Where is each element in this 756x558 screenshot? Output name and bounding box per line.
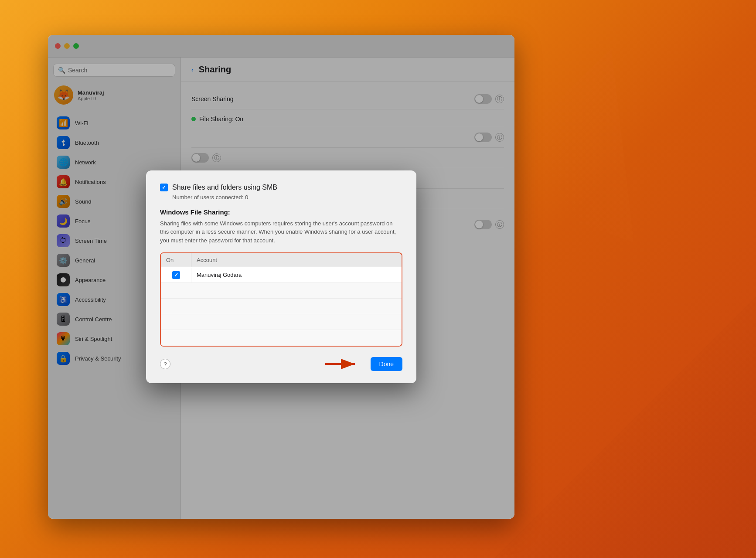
- empty-row-1: [161, 283, 402, 299]
- done-arrow-indicator: [325, 357, 360, 371]
- user-table-header: On Account: [161, 253, 402, 267]
- done-section: Done: [325, 357, 402, 371]
- smb-checkbox[interactable]: [160, 184, 168, 191]
- user-table-row: Manuviraj Godara: [161, 267, 402, 283]
- user-table-body: Manuviraj Godara: [161, 267, 402, 346]
- empty-row-2: [161, 299, 402, 314]
- empty-row-3: [161, 314, 402, 330]
- dialog-bottom: ? Done: [160, 357, 402, 371]
- windows-sharing-title: Windows File Sharing:: [160, 208, 402, 216]
- done-button[interactable]: Done: [371, 357, 402, 371]
- empty-row-4: [161, 330, 402, 346]
- help-label: ?: [163, 361, 167, 367]
- user-row-on-cell[interactable]: [161, 268, 191, 282]
- user-row-name: Manuviraj Godara: [191, 268, 402, 282]
- dialog-overlay: Share files and folders using SMB Number…: [48, 35, 514, 519]
- col-account-header: Account: [191, 253, 402, 267]
- main-window: 🔍 🦊 Manuviraj Apple ID 📶 Wi-Fi: [48, 35, 514, 519]
- help-button[interactable]: ?: [160, 359, 170, 369]
- smb-label: Share files and folders using SMB: [172, 184, 277, 191]
- done-arrow-svg: [325, 357, 360, 371]
- col-on-header: On: [161, 253, 191, 267]
- smb-checkbox-row: Share files and folders using SMB: [160, 184, 402, 191]
- empty-rows: [161, 283, 402, 346]
- windows-sharing-desc: Sharing files with some Windows computer…: [160, 219, 402, 245]
- user-row-checkbox[interactable]: [172, 271, 180, 279]
- smb-dialog: Share files and folders using SMB Number…: [146, 170, 416, 384]
- user-table: On Account Manuviraj Godara: [160, 252, 402, 347]
- connected-count: Number of users connected: 0: [172, 194, 402, 201]
- bg-decoration-1: [494, 296, 756, 558]
